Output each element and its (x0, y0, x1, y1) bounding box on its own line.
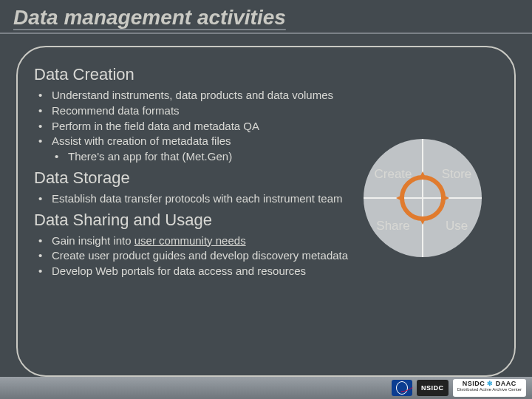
list-item: Assist with creation of metadata files (38, 134, 356, 149)
nsidc-logo: NSIDC (417, 380, 449, 396)
page-title: Data management activities (13, 6, 519, 30)
footer-bar: NSIDC NSIDC ✻ DAAC Distributed Active Ar… (0, 377, 532, 399)
svg-marker-3 (420, 171, 426, 177)
svg-marker-2 (396, 195, 402, 201)
heading-data-sharing: Data Sharing and Usage (34, 211, 352, 230)
text: Gain insight into (52, 234, 134, 247)
list-item: Understand instruments, data products an… (38, 89, 356, 103)
list-item: Perform in the field data and metadata Q… (38, 120, 356, 134)
nasa-logo-icon (392, 380, 412, 396)
quadrant-label: Share (371, 219, 415, 233)
list-data-creation: Understand instruments, data products an… (38, 89, 356, 164)
heading-data-storage: Data Storage (34, 168, 352, 188)
list-item: Develop Web portals for data access and … (38, 265, 356, 279)
cycle-arrows-icon (349, 124, 497, 272)
content-panel: Data Creation Understand instruments, da… (16, 46, 516, 377)
heading-data-creation: Data Creation (34, 65, 352, 84)
text: DAAC (496, 380, 516, 387)
quadrant-label: Use (434, 219, 479, 233)
quadrant-label: Store (434, 167, 479, 182)
quadrant-label: Create (371, 167, 415, 182)
text: Distributed Active Archive Center (457, 387, 522, 392)
svg-marker-1 (420, 219, 426, 225)
snowflake-icon: ✻ (487, 380, 494, 387)
list-item: Gain insight into user community needs (38, 234, 356, 248)
lifecycle-diagram: Create Store Share Use (349, 124, 497, 272)
list-item: Establish data transfer protocols with e… (38, 192, 356, 206)
text-underline: user community needs (134, 234, 246, 247)
content-left: Data Creation Understand instruments, da… (34, 65, 352, 279)
list-item: Recommend data formats (38, 104, 356, 118)
svg-marker-0 (443, 195, 449, 201)
list-item: There's an app for that (Met.Gen) (55, 150, 356, 164)
list-data-sharing: Gain insight into user community needs C… (38, 234, 356, 279)
list-data-storage: Establish data transfer protocols with e… (38, 192, 356, 206)
nsidc-daac-logo: NSIDC ✻ DAAC Distributed Active Archive … (453, 379, 526, 397)
list-item: Create user product guides and develop d… (38, 249, 356, 263)
text: NSIDC (463, 380, 485, 387)
